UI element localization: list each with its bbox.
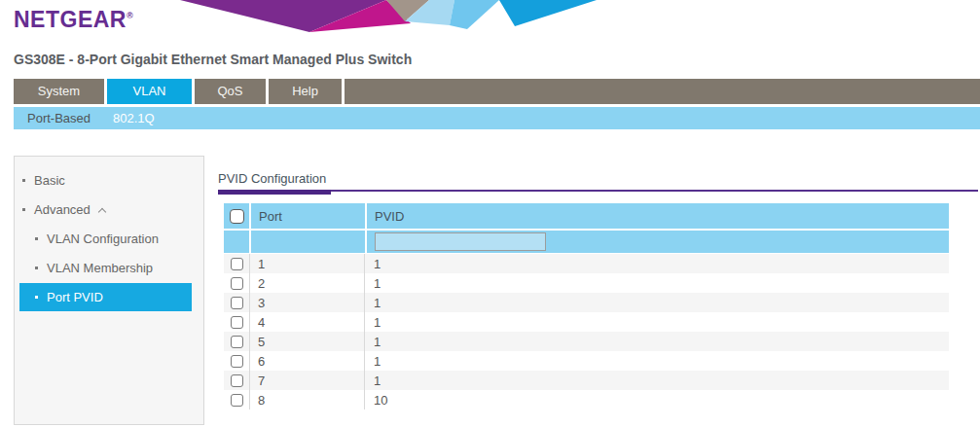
row-checkbox[interactable] [231,336,243,348]
bullet-icon [35,296,38,299]
port-cell: 2 [250,273,365,293]
checkbox-cell [224,332,250,351]
sidebar-item-port-pvid[interactable]: Port PVID [19,283,192,311]
table-row: 6 1 [224,351,949,371]
select-all-cell [224,203,249,229]
pvid-cell: 1 [365,254,949,273]
bullet-icon [35,237,38,240]
heading-rule-accent [218,190,331,195]
sidebar-item-vlan-membership[interactable]: VLAN Membership [15,254,203,282]
subnav-item-8021q[interactable]: 802.1Q [113,107,155,129]
checkbox-cell [224,312,250,332]
page-title: GS308E - 8-Port Gigabit Ethernet Smart M… [14,52,412,67]
sidebar-item-label: VLAN Configuration [47,231,159,246]
netgear-logo-text: NETGEAR [14,7,127,32]
section-heading: PVID Configuration [218,171,980,186]
sidebar-item-label: Port PVID [47,290,103,304]
table-row: 1 1 [224,254,949,273]
sidebar: Basic Advanced VLAN Configuration VLAN M… [14,156,204,425]
table-row: 3 1 [224,293,949,312]
bullet-icon [22,208,25,211]
row-checkbox[interactable] [231,258,243,270]
table-input-row [224,231,949,253]
sub-nav: Port-Based 802.1Q [14,107,980,129]
pvid-cell: 1 [365,351,949,371]
port-cell: 1 [250,254,365,273]
checkbox-cell [224,293,250,312]
checkbox-cell [224,254,250,273]
row-checkbox[interactable] [231,316,243,329]
port-cell: 6 [250,351,365,371]
table-row: 2 1 [224,273,949,293]
pvid-cell: 1 [365,371,949,390]
checkbox-cell [224,371,250,390]
pvid-table: Port PVID 1 1 2 1 3 [224,203,949,409]
subnav-item-port-based[interactable]: Port-Based [27,107,91,129]
port-cell: 3 [250,293,365,312]
sidebar-item-label: Advanced [34,202,91,217]
port-cell: 7 [250,371,365,390]
netgear-logo: NETGEAR® [14,7,133,33]
pvid-cell: 1 [365,273,949,293]
checkbox-cell [224,273,250,293]
chevron-up-icon [98,207,106,215]
table-row: 8 10 [224,390,949,409]
checkbox-cell [224,351,250,371]
select-all-checkbox[interactable] [230,209,244,224]
row-checkbox[interactable] [231,374,243,387]
table-row: 4 1 [224,312,949,332]
banner-graphic [180,0,608,32]
port-column-header: Port [251,203,365,229]
table-row: 7 1 [224,371,949,390]
main-content: PVID Configuration Port PVID 1 1 [218,165,980,409]
input-row-spacer [224,231,249,253]
pvid-input[interactable] [375,232,546,251]
bullet-icon [22,179,25,182]
main-nav: System VLAN QoS Help [14,79,980,104]
pvid-cell: 1 [365,312,949,332]
table-body: 1 1 2 1 3 1 4 1 5 1 [224,254,949,409]
heading-rule-line [218,190,978,192]
checkbox-cell [224,390,250,409]
tab-qos[interactable]: QoS [195,79,266,104]
table-row: 5 1 [224,332,949,351]
port-cell: 8 [250,390,365,409]
table-header-row: Port PVID [224,203,949,229]
sidebar-item-label: VLAN Membership [47,261,153,275]
input-row-port-cell [251,231,365,253]
row-checkbox[interactable] [231,297,243,309]
row-checkbox[interactable] [231,277,243,290]
registered-trademark: ® [127,11,133,20]
port-cell: 5 [250,332,365,351]
pvid-cell: 1 [365,293,949,312]
pvid-cell: 10 [365,390,949,409]
input-row-pvid-cell [367,231,949,253]
heading-rule [218,190,978,196]
pvid-cell: 1 [365,332,949,351]
nav-filler [345,79,980,104]
bullet-icon [35,267,38,269]
row-checkbox[interactable] [231,394,243,407]
sidebar-item-vlan-configuration[interactable]: VLAN Configuration [15,225,203,253]
tab-help[interactable]: Help [269,79,342,104]
tab-system[interactable]: System [14,79,104,104]
pvid-column-header: PVID [367,203,949,229]
sidebar-item-basic[interactable]: Basic [15,166,203,195]
sidebar-item-advanced[interactable]: Advanced [15,196,203,224]
sidebar-item-label: Basic [34,173,65,188]
row-checkbox[interactable] [231,355,243,368]
tab-vlan[interactable]: VLAN [107,79,192,104]
port-cell: 4 [250,312,365,332]
